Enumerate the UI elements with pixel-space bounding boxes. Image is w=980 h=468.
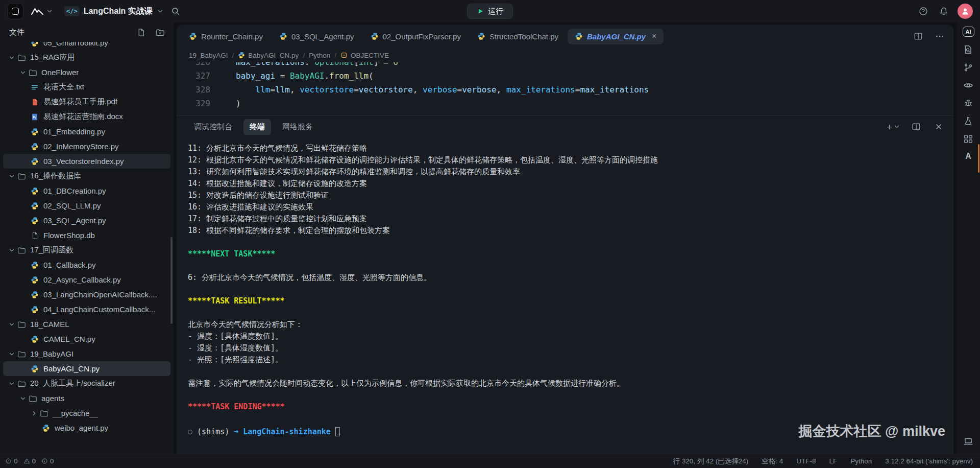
new-folder-button[interactable] [154,26,166,39]
code-line: 329) [177,97,953,110]
eol-setting[interactable]: LF [829,457,837,465]
notifications-button[interactable] [937,5,950,18]
tree-file[interactable]: 04_LangChainCustomCallback... [3,302,170,317]
info-count: 0 [50,457,54,465]
chevron-down-icon [8,321,17,328]
new-file-button[interactable] [135,26,148,39]
explorer-header: 文件 [0,22,174,42]
app-logo[interactable] [29,6,55,16]
laptop-button[interactable] [963,436,973,447]
tree-file[interactable]: 03_SQL_Agent.py [3,213,170,228]
tree-item-label: 01_DBCreation.py [43,186,106,195]
file-search-icon [963,44,973,55]
split-editor-button[interactable] [912,30,925,43]
file-search-button[interactable] [963,44,973,55]
help-button[interactable] [917,5,930,18]
tree-file[interactable]: 02_InMemoryStore.py [3,139,170,154]
tree-folder[interactable]: OneFlower [3,65,170,80]
editor-tab[interactable]: BabyAGI_CN.py× [568,29,664,44]
folder-icon [29,394,38,403]
breadcrumb-item[interactable]: Python [309,52,330,59]
letter-a-button[interactable]: A [965,152,971,161]
app-menu-button[interactable] [7,3,23,19]
panel-tabs: 调试控制台终端网络服务 [188,119,319,135]
bug-button[interactable] [963,98,973,108]
titlebar: </> LangChain 实战课 运行 [0,0,980,22]
tree-file[interactable]: 易速鲜花员工手册.pdf [3,95,170,109]
tree-file[interactable]: 01_Callback.py [3,258,170,272]
breadcrumb-item[interactable]: BabyAGI_CN.py [238,52,299,59]
language-mode[interactable]: Python [850,457,872,465]
database-file-icon [31,231,40,240]
tree-folder[interactable]: __pycache__ [3,406,170,420]
tree-file[interactable]: 03_LangChainOpenAICallback.... [3,287,170,302]
tree-file[interactable]: weibo_agent.py [3,420,170,435]
cursor-position[interactable]: 行 320, 列 42 (已选择24) [673,457,748,466]
terminal-line: 12: 根据北京市今天的气候情况和鲜花储存设施的调控能力评估结果，制定具体的鲜花… [188,154,944,166]
tree-file[interactable]: 花语大全.txt [3,80,170,95]
explorer-title: 文件 [9,28,24,37]
terminal-cursor [335,427,340,436]
python-icon [31,261,40,269]
python-interpreter[interactable]: 3.12.2 64-bit ('shims': pyenv) [885,457,973,465]
split-panel-button[interactable] [910,120,923,133]
close-icon[interactable]: × [652,32,656,40]
tree-file[interactable]: 易速鲜花运营指南.docx [3,109,170,124]
code-line: 326max_iterations: Optional[int] = 6 [177,62,953,69]
tree-file[interactable]: 05_GmailToolkit.py [3,42,170,50]
eye-button[interactable] [963,80,973,90]
grid-button[interactable] [963,134,973,144]
tree-file[interactable]: 03_VectorstoreIndex.py [3,154,170,169]
tree-file[interactable]: FlowerShop.db [3,228,170,243]
new-terminal-button[interactable]: + [887,122,900,132]
breadcrumb-item[interactable]: OBJECTIVE [340,52,389,59]
tree-file[interactable]: CAMEL_CN.py [3,332,170,346]
folder-icon [40,409,49,417]
project-switcher[interactable]: </> LangChain 实战课 [64,6,164,17]
problems-indicator[interactable]: 0 0 0 [5,457,58,465]
avatar[interactable] [958,4,973,19]
editor-tab[interactable]: 02_OutputFixParser.py [363,29,468,44]
tree-folder[interactable]: 16_操作数据库 [3,169,170,183]
run-button[interactable]: 运行 [467,4,513,19]
tree-file[interactable]: 01_DBCreation.py [3,183,170,198]
encoding-setting[interactable]: UTF-8 [796,457,816,465]
tree-file[interactable]: 01_Embedding.py [3,124,170,139]
tree-folder[interactable]: 15_RAG应用 [3,50,170,65]
pdf-file-icon [31,98,40,106]
tree-file[interactable]: BabyAGI_CN.py [3,361,170,376]
ai-badge-icon: AI [963,27,974,37]
more-actions-button[interactable] [933,30,946,43]
breadcrumb-separator: / [303,52,305,59]
terminal-line: 11: 分析北京市今天的气候情况，写出鲜花储存策略 [188,143,944,154]
editor-tab[interactable]: Rounter_Chain.py [182,29,270,44]
terminal-prompt[interactable]: (shims) ➜ LangChain-shizhanke [188,426,944,438]
sidebar-scrollbar[interactable] [170,237,173,324]
indent-setting[interactable]: 空格: 4 [762,457,783,466]
chevron-down-icon [893,123,900,130]
split-panel-icon [912,122,921,131]
tree-file[interactable]: 02_Async_Callback.py [3,272,170,287]
flask-button[interactable] [963,116,973,126]
ai-badge-button[interactable]: AI [963,27,974,37]
editor-tab[interactable]: StructedToolChat.py [470,29,566,44]
terminal-output[interactable]: 11: 分析北京市今天的气候情况，写出鲜花储存策略12: 根据北京市今天的气候情… [177,137,953,454]
tree-folder[interactable]: 18_CAMEL [3,317,170,332]
tree-folder[interactable]: agents [3,391,170,406]
terminal-line: 13: 研究如何利用智能技术实现对鲜花储存环境的精准监测和调控，以提高鲜花储存的… [188,166,944,178]
editor-tab[interactable]: 03_SQL_Agent.py [272,29,361,44]
panel-tab[interactable]: 终端 [243,119,271,135]
tree-folder[interactable]: 19_BabyAGI [3,346,170,361]
breadcrumb-item[interactable]: 19_BabyAGI [189,52,228,59]
panel-tab[interactable]: 调试控制台 [188,119,238,135]
tree-file[interactable]: 02_SQL_LLM.py [3,198,170,213]
tree-folder[interactable]: 17_回调函数 [3,243,170,258]
close-panel-button[interactable] [932,120,945,133]
code-editor[interactable]: 326max_iterations: Optional[int] = 6327b… [177,62,953,115]
tree-folder[interactable]: 20_人脉工具上/socializer [3,376,170,391]
panel-tab[interactable]: 网络服务 [276,119,319,135]
chevron-down-icon [19,395,29,402]
git-branch-button[interactable] [963,62,973,73]
scroll-indicator [978,144,979,173]
search-button[interactable] [169,5,182,18]
